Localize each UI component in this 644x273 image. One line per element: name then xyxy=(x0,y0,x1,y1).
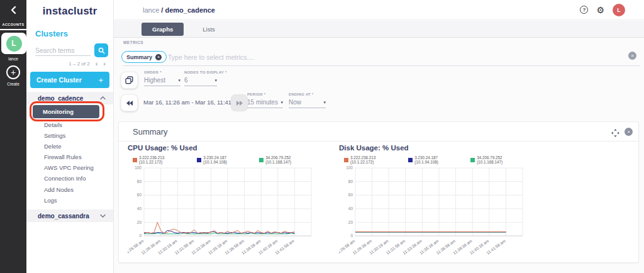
metrics-label: METRICS xyxy=(123,40,143,45)
caret-down-icon: ▾ xyxy=(178,78,180,83)
svg-text:0: 0 xyxy=(350,233,353,238)
metric-chip-summary[interactable]: Summary × xyxy=(121,51,167,63)
pagination-next-icon[interactable]: › xyxy=(103,60,106,67)
chevron-up-icon xyxy=(100,96,106,100)
copy-icon xyxy=(125,76,133,84)
panel-close-icon[interactable]: × xyxy=(625,128,633,136)
fast-forward-button-disabled[interactable] xyxy=(231,94,248,111)
nodes-label: NODES TO DISPLAY * xyxy=(184,70,217,74)
panel-title: Summary xyxy=(133,127,168,136)
chip-label: Summary xyxy=(126,54,152,60)
caret-down-icon: ▾ xyxy=(280,100,283,105)
create-account-label: Create xyxy=(0,82,26,86)
nodes-select-group: NODES TO DISPLAY * 6 ▾ xyxy=(184,70,217,86)
chevron-down-icon xyxy=(100,214,106,218)
breadcrumb-cluster: demo_cadence xyxy=(165,6,214,14)
top-header: lance / demo_cadence ? ⚙ L xyxy=(114,0,644,20)
svg-text:20: 20 xyxy=(348,220,353,225)
pagination-prev-icon[interactable]: ‹ xyxy=(96,60,98,67)
create-account-button[interactable]: + xyxy=(6,65,20,79)
cluster-group-demo-cassandra[interactable]: demo_cassandra xyxy=(26,209,113,222)
period-value: 15 minutes xyxy=(247,99,278,106)
search-button[interactable] xyxy=(94,43,108,57)
breadcrumb: lance / demo_cadence xyxy=(143,6,215,14)
sidebar-item-aws-vpc-peering[interactable]: AWS VPC Peering xyxy=(26,162,114,173)
cpu-usage-chart: CPU Usage: % Used 3.222.236.213 (10.1.22… xyxy=(128,143,318,261)
panel-divider xyxy=(119,141,638,142)
breadcrumb-separator: / xyxy=(161,6,163,14)
sidebar-item-delete[interactable]: Delete xyxy=(26,141,114,152)
sidebar-item-firewall-rules[interactable]: Firewall Rules xyxy=(26,152,114,162)
fast-forward-icon xyxy=(240,101,243,106)
tab-graphs[interactable]: Graphs xyxy=(142,23,184,36)
user-avatar[interactable]: L xyxy=(613,4,625,16)
svg-text:60: 60 xyxy=(137,192,142,197)
svg-text:0: 0 xyxy=(139,233,142,238)
svg-text:40: 40 xyxy=(348,206,353,211)
metrics-clear-icon[interactable]: × xyxy=(628,52,636,60)
create-cluster-button[interactable]: Create Cluster + xyxy=(30,72,109,88)
order-select[interactable]: Highest ▾ xyxy=(144,77,180,86)
main-area: lance / demo_cadence ? ⚙ L Graphs Lists … xyxy=(114,0,644,273)
caret-down-icon: ▾ xyxy=(214,78,217,83)
metrics-input-placeholder[interactable]: Type here to select metrics.... xyxy=(168,53,254,61)
cluster-search xyxy=(35,43,108,58)
order-select-group: ORDER * Highest ▾ xyxy=(144,70,180,86)
ending-at-value: Now xyxy=(289,99,301,106)
ending-at-label: ENDING AT * xyxy=(289,92,326,96)
chart-title: Disk Usage: % Used xyxy=(339,144,529,152)
cluster-group-demo-cadence[interactable]: demo_cadence xyxy=(26,92,113,104)
move-icon[interactable] xyxy=(611,128,619,140)
sidebar-item-connection-info[interactable]: Connection Info xyxy=(26,173,114,184)
chip-remove-icon[interactable]: × xyxy=(155,54,162,60)
pagination: 1 – 2 of 2 ‹ › xyxy=(26,60,106,67)
disk-usage-chart: Disk Usage: % Used 3.222.236.213 (10.1.2… xyxy=(339,143,529,261)
sidebar-item-details[interactable]: Details xyxy=(26,120,114,130)
order-value: Highest xyxy=(144,77,165,84)
chart-plot: 02040608010011:26:58 am11:28:38 am11:30:… xyxy=(128,165,318,261)
copy-button[interactable] xyxy=(121,72,138,89)
tab-lists[interactable]: Lists xyxy=(203,26,215,33)
svg-text:100: 100 xyxy=(135,165,142,170)
caret-down-icon: ▾ xyxy=(323,100,326,105)
plus-icon: + xyxy=(98,75,103,85)
cluster-name: demo_cassandra xyxy=(38,213,89,220)
header-icons: ? ⚙ L xyxy=(580,4,625,16)
sidebar-item-add-nodes[interactable]: Add Nodes xyxy=(26,184,114,195)
pagination-text: 1 – 2 of 2 xyxy=(69,61,89,67)
chart-plot: 02040608010011:26:58 am11:28:38 am11:30:… xyxy=(339,165,529,261)
chart-title: CPU Usage: % Used xyxy=(128,144,318,152)
rewind-button[interactable] xyxy=(121,94,138,111)
sidebar-item-monitoring[interactable]: Monitoring xyxy=(33,105,99,118)
sidebar-item-settings[interactable]: Settings xyxy=(26,130,114,141)
period-label: PERIOD * xyxy=(247,92,283,96)
search-icon xyxy=(98,47,105,54)
clusters-heading: Clusters xyxy=(35,29,68,38)
period-select[interactable]: 15 minutes ▾ xyxy=(247,99,283,108)
app-root: ACCOUNTS L lance + Create instaclustr Cl… xyxy=(0,0,644,273)
gear-icon[interactable]: ⚙ xyxy=(596,6,604,14)
ending-at-select[interactable]: Now ▾ xyxy=(289,99,326,108)
nodes-select[interactable]: 6 ▾ xyxy=(184,77,217,86)
avatar: L xyxy=(6,36,22,52)
breadcrumb-account[interactable]: lance xyxy=(143,6,159,14)
sidebar-item-logs[interactable]: Logs xyxy=(26,195,114,206)
svg-text:20: 20 xyxy=(137,220,142,225)
help-icon[interactable]: ? xyxy=(580,6,588,14)
ending-at-select-group: ENDING AT * Now ▾ xyxy=(289,92,326,108)
chevron-left-icon xyxy=(10,6,17,14)
period-select-group: PERIOD * 15 minutes ▾ xyxy=(247,92,283,108)
account-name: lance xyxy=(0,57,26,61)
date-range-text[interactable]: Mar 16, 11:26 am - Mar 16, 11:41 am xyxy=(143,99,242,106)
metrics-underline xyxy=(123,65,640,66)
instaclustr-logo: instaclustr xyxy=(26,5,113,17)
collapse-rail-button[interactable] xyxy=(0,4,26,16)
account-tab-lance[interactable]: L xyxy=(1,33,26,54)
search-input[interactable] xyxy=(35,45,91,56)
svg-text:80: 80 xyxy=(348,179,353,184)
chart-legend: 3.222.236.213 (10.1.22.172)3.230.24.187 … xyxy=(133,155,318,164)
svg-text:60: 60 xyxy=(348,192,353,197)
chart-legend: 3.222.236.213 (10.1.22.172)3.230.24.187 … xyxy=(344,155,529,164)
cluster-name: demo_cadence xyxy=(38,95,83,102)
account-rail: ACCOUNTS L lance + Create xyxy=(0,0,26,273)
